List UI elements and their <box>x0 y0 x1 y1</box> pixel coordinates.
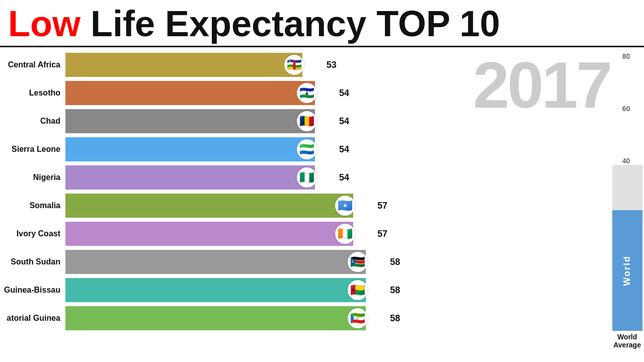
bar: 🇬🇶 <box>65 306 366 330</box>
bars-container: Central Africa🇨🇫53Lesotho🇱🇸54Chad🇹🇩54Sie… <box>0 51 463 332</box>
country-label: Somalia <box>0 201 65 210</box>
country-label: Central Africa <box>0 60 65 69</box>
main-title: Low Life Expectancy TOP 10 <box>8 4 636 44</box>
country-label: Lesotho <box>0 88 65 98</box>
title-rest: Life Expectancy TOP 10 <box>80 4 500 44</box>
bar-container: 🇨🇮57 <box>65 222 463 246</box>
bar-row: Somalia🇸🇴57 <box>0 192 463 219</box>
year-display: 2017 <box>463 52 610 118</box>
flag-icon: 🇹🇩 <box>297 111 317 131</box>
bar-container: 🇸🇸58 <box>65 250 463 274</box>
bar: 🇱🇸 <box>65 81 315 105</box>
bar-row: Ivory Coast🇨🇮57 <box>0 220 463 247</box>
value-label: 57 <box>377 201 392 211</box>
bar: 🇬🇼 <box>65 278 366 302</box>
bar: 🇨🇮 <box>65 222 353 246</box>
value-label: 53 <box>327 60 342 70</box>
flag-icon: 🇸🇸 <box>348 252 368 272</box>
chart-area: Central Africa🇨🇫53Lesotho🇱🇸54Chad🇹🇩54Sie… <box>0 47 463 349</box>
country-label: Guinea-Bissau <box>0 286 65 295</box>
country-label: Nigeria <box>0 173 65 182</box>
world-bar-outer: World <box>612 165 642 331</box>
flag-icon: 🇳🇬 <box>297 167 317 188</box>
bar-container: 🇸🇴57 <box>65 194 463 218</box>
bar: 🇸🇸 <box>65 250 366 274</box>
bar: 🇸🇴 <box>65 194 353 218</box>
bar-container: 🇳🇬54 <box>65 165 463 190</box>
flag-icon: 🇬🇼 <box>348 280 368 300</box>
right-panel: 2017 80 60 40 World World Average <box>463 47 644 349</box>
flag-icon: 🇸🇱 <box>297 139 317 159</box>
value-label: 58 <box>390 285 405 296</box>
country-label: South Sudan <box>0 257 65 266</box>
flag-icon: 🇨🇫 <box>284 55 304 75</box>
bar-container: 🇹🇩54 <box>65 109 463 133</box>
world-avg-panel: 80 60 40 World World Average <box>610 52 644 349</box>
title-section: Low Life Expectancy TOP 10 <box>0 0 644 47</box>
y-axis-40: 40 <box>622 157 630 165</box>
value-label: 54 <box>339 116 354 127</box>
country-label: Sierra Leone <box>0 145 65 154</box>
world-label: World <box>622 255 632 286</box>
bar-row: Lesotho🇱🇸54 <box>0 79 463 107</box>
bar: 🇹🇩 <box>65 109 315 133</box>
value-label: 58 <box>390 313 405 324</box>
y-axis-60: 60 <box>622 105 630 113</box>
country-label: Ivory Coast <box>0 229 65 238</box>
y-axis: 80 60 40 <box>622 52 632 165</box>
country-label: atorial Guinea <box>0 314 65 323</box>
bar-row: South Sudan🇸🇸58 <box>0 248 463 276</box>
bar-row: Chad🇹🇩54 <box>0 108 463 135</box>
bar-container: 🇸🇱54 <box>65 137 463 161</box>
bar: 🇳🇬 <box>65 165 315 190</box>
value-label: 54 <box>339 144 354 155</box>
flag-icon: 🇸🇴 <box>335 196 355 216</box>
bar-container: 🇬🇼58 <box>65 278 463 302</box>
bar-row: atorial Guinea🇬🇶58 <box>0 305 463 332</box>
world-avg-text: World Average <box>613 333 641 349</box>
value-label: 54 <box>339 172 354 183</box>
value-label: 54 <box>339 88 354 99</box>
flag-icon: 🇱🇸 <box>297 83 317 103</box>
y-axis-80: 80 <box>622 52 630 60</box>
flag-icon: 🇬🇶 <box>348 308 368 328</box>
title-low: Low <box>8 4 80 44</box>
bar: 🇨🇫 <box>65 53 302 77</box>
world-bar-inner: World <box>612 210 642 331</box>
bar-container: 🇱🇸54 <box>65 81 463 105</box>
bar: 🇸🇱 <box>65 137 315 161</box>
bar-row: Central Africa🇨🇫53 <box>0 51 463 78</box>
bar-row: Guinea-Bissau🇬🇼58 <box>0 277 463 304</box>
country-label: Chad <box>0 117 65 126</box>
world-bar-wrapper: World World Average <box>612 165 642 349</box>
bar-row: Sierra Leone🇸🇱54 <box>0 136 463 163</box>
bar-row: Nigeria🇳🇬54 <box>0 164 463 191</box>
bar-container: 🇨🇫53 <box>65 53 463 77</box>
bar-container: 🇬🇶58 <box>65 306 463 330</box>
value-label: 58 <box>390 257 405 267</box>
value-label: 57 <box>377 229 392 239</box>
flag-icon: 🇨🇮 <box>335 224 355 244</box>
